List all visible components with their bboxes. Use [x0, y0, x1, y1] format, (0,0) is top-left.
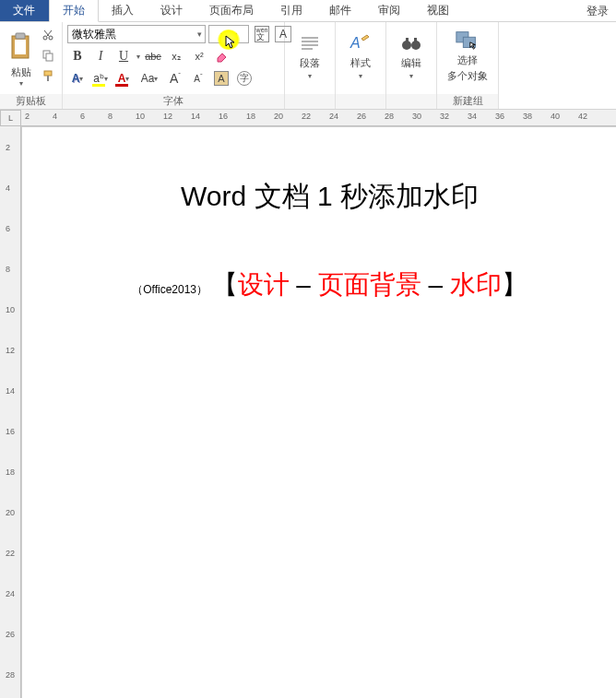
- ruler-tick: 12: [163, 112, 172, 121]
- ruler-tick: 8: [108, 112, 113, 121]
- ruler-tick: 10: [136, 112, 145, 121]
- paste-button[interactable]: 粘贴 ▾: [5, 25, 37, 88]
- change-case-button[interactable]: Aa▾: [136, 69, 162, 88]
- svg-rect-14: [406, 38, 409, 42]
- tab-file[interactable]: 文件: [0, 0, 49, 21]
- subscript-button[interactable]: x₂: [166, 47, 186, 65]
- tab-references[interactable]: 引用: [267, 0, 316, 21]
- grow-font-button[interactable]: Aˆ: [165, 69, 185, 88]
- cut-button[interactable]: [39, 27, 57, 43]
- copy-button[interactable]: [39, 47, 57, 64]
- tab-mailings[interactable]: 邮件: [316, 0, 365, 21]
- svg-rect-5: [44, 71, 52, 76]
- select-label-1: 选择: [457, 53, 478, 67]
- ruler-tick: 34: [468, 112, 477, 121]
- eraser-icon: [215, 49, 230, 64]
- bold-button[interactable]: B: [67, 47, 88, 65]
- group-label-font: 字体: [63, 94, 284, 109]
- doc-dash-2: –: [421, 270, 450, 299]
- group-new: 选择 多个对象 新建组: [437, 22, 499, 109]
- select-label-2: 多个对象: [447, 69, 488, 83]
- italic-button[interactable]: I: [90, 47, 111, 65]
- text-effects-button[interactable]: A▾: [67, 69, 88, 88]
- svg-rect-6: [47, 76, 49, 81]
- document-area: 246810121416182022242628 Word 文档 1 秒添加水印…: [0, 126, 616, 698]
- superscript-button[interactable]: x²: [189, 47, 209, 65]
- page-viewport[interactable]: Word 文档 1 秒添加水印 （Office2013） 【设计 – 页面背景 …: [21, 126, 616, 698]
- font-color-button[interactable]: A▾: [113, 69, 134, 88]
- ribbon: 粘贴 ▾ 剪贴板 微软雅黑 一▾ wén文: [0, 22, 616, 110]
- scissors-icon: [41, 29, 54, 41]
- svg-rect-2: [15, 40, 26, 54]
- ruler-tick: 24: [6, 589, 15, 598]
- svg-text:A: A: [349, 35, 361, 51]
- case-glyph: Aa: [141, 72, 155, 85]
- group-label-clipboard: 剪贴板: [0, 94, 62, 109]
- tab-insert[interactable]: 插入: [99, 0, 148, 21]
- underline-button[interactable]: U: [113, 47, 134, 65]
- tab-review[interactable]: 审阅: [365, 0, 414, 21]
- paste-label: 粘贴: [11, 65, 31, 79]
- vertical-ruler[interactable]: 246810121416182022242628: [0, 126, 21, 698]
- paragraph-label: 段落: [300, 56, 320, 70]
- svg-rect-1: [16, 33, 25, 39]
- ruler-tick: 42: [578, 112, 587, 121]
- tab-page-layout[interactable]: 页面布局: [196, 0, 267, 21]
- ruler-tick: 6: [80, 112, 85, 121]
- ruler-tick: 12: [6, 346, 15, 355]
- group-font: 微软雅黑 一▾ wén文 A B I U ▾ abc x₂ x² A▾ aᵇ▾: [63, 22, 285, 109]
- tab-home[interactable]: 开始: [49, 0, 99, 22]
- ruler-corner[interactable]: L: [0, 110, 21, 126]
- ribbon-tabs: 文件 开始 插入 设计 页面布局 引用 邮件 审阅 视图 登录: [0, 0, 616, 22]
- styles-button[interactable]: A 样式 ▾: [340, 25, 381, 88]
- group-paragraph: 段落 ▾: [285, 22, 336, 109]
- chevron-down-icon: ▾: [79, 75, 83, 83]
- phonetic-bottom: 文: [256, 33, 268, 41]
- group-clipboard: 粘贴 ▾ 剪贴板: [0, 22, 63, 109]
- group-styles: A 样式 ▾: [336, 22, 386, 109]
- editing-button[interactable]: 编辑 ▾: [391, 25, 432, 88]
- group-label-styles: [336, 94, 385, 109]
- ruler-tick: 4: [6, 183, 10, 193]
- chevron-down-icon: ▾: [308, 72, 312, 80]
- doc-red-2: 页面背景: [318, 270, 421, 299]
- ruler-tick: 14: [6, 386, 15, 396]
- font-name-combo[interactable]: 微软雅黑: [67, 25, 206, 43]
- ruler-tick: 22: [302, 112, 311, 121]
- chevron-down-icon: ▾: [125, 75, 129, 83]
- shrink-glyph: A: [194, 74, 200, 84]
- tab-design[interactable]: 设计: [148, 0, 196, 21]
- group-editing: 编辑 ▾: [386, 22, 437, 109]
- strike-button[interactable]: abc: [143, 47, 163, 65]
- svg-rect-15: [414, 38, 417, 42]
- paragraph-icon: [297, 32, 323, 54]
- doc-heading: Word 文档 1 秒添加水印: [43, 178, 616, 216]
- chevron-down-icon[interactable]: ▾: [136, 53, 140, 61]
- doc-prefix: （Office2013）: [132, 283, 207, 296]
- chevron-down-icon: ▾: [19, 79, 23, 88]
- ruler-tick: 26: [357, 112, 366, 121]
- ruler-tick: 30: [412, 112, 421, 121]
- highlight-button[interactable]: aᵇ▾: [90, 69, 111, 88]
- styles-label: 样式: [350, 56, 371, 70]
- tab-view[interactable]: 视图: [414, 0, 463, 21]
- copy-icon: [41, 49, 54, 62]
- group-label-new: 新建组: [437, 94, 498, 109]
- font-size-combo[interactable]: 一▾: [208, 25, 249, 43]
- clear-format-button[interactable]: [212, 47, 232, 65]
- chevron-down-icon: ▾: [154, 75, 158, 83]
- styles-icon: A: [348, 32, 373, 54]
- enclose-char-button[interactable]: 字: [234, 69, 255, 88]
- font-color-glyph: A: [118, 72, 126, 85]
- ruler-tick: 16: [219, 112, 228, 121]
- font-color-bar: [115, 84, 128, 87]
- login-link[interactable]: 登录: [586, 0, 609, 22]
- shrink-font-button[interactable]: Aˇ: [188, 69, 208, 88]
- document-page[interactable]: Word 文档 1 秒添加水印 （Office2013） 【设计 – 页面背景 …: [43, 132, 616, 698]
- format-painter-button[interactable]: [39, 67, 57, 84]
- select-multiple-button[interactable]: 选择 多个对象: [442, 25, 493, 88]
- phonetic-guide-button[interactable]: wén文: [252, 25, 272, 43]
- char-shading-button[interactable]: A: [211, 69, 231, 88]
- paragraph-button[interactable]: 段落 ▾: [290, 25, 330, 88]
- horizontal-ruler[interactable]: 24681012141618202224262830323436384042: [21, 110, 616, 126]
